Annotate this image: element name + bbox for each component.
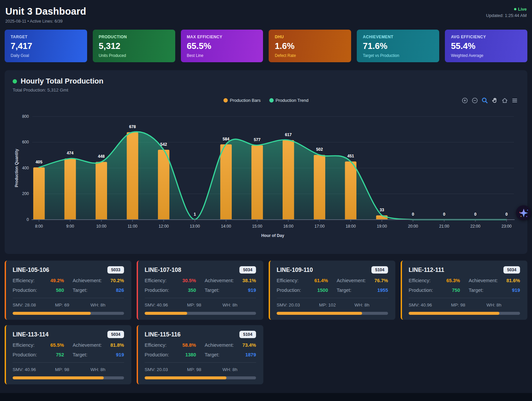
sparkle-extension-button[interactable]: [516, 205, 531, 220]
svg-text:448: 448: [98, 154, 105, 159]
pan-icon[interactable]: [491, 97, 498, 104]
svg-text:0: 0: [412, 212, 414, 217]
achievement-value: 70.2%: [110, 278, 124, 283]
svg-text:33: 33: [380, 208, 384, 212]
wh-value: WH: 8h: [90, 302, 124, 307]
production-label: Production:: [145, 288, 169, 293]
efficiency-label: Efficiency:: [13, 278, 35, 283]
page-header: Unit 3 Dashboard 2025-08-11 • Active Lin…: [5, 5, 527, 24]
svg-text:1: 1: [194, 212, 196, 217]
legend-item-production-bars[interactable]: Production Bars: [223, 98, 261, 103]
achievement-progress-bar: [13, 312, 124, 315]
efficiency-label: Efficiency:: [409, 278, 431, 283]
achievement-progress-bar: [409, 312, 520, 315]
progress-fill: [13, 376, 104, 379]
legend-item-production-trend[interactable]: Production Trend: [269, 98, 309, 103]
svg-text:405: 405: [36, 160, 43, 164]
chart-legend: Production Bars Production Trend: [13, 98, 519, 103]
mp-value: MP: 98: [451, 302, 486, 307]
target-label: Target:: [469, 288, 483, 293]
svg-text:451: 451: [347, 154, 354, 158]
svg-text:542: 542: [160, 142, 167, 147]
kpi-card-max-efficiency: MAX EFFICIENCY 65.5% Best Line: [181, 30, 263, 62]
production-label: Production:: [409, 288, 433, 293]
menu-icon[interactable]: [511, 97, 518, 104]
production-value: 580: [56, 288, 64, 293]
smv-value: SMV: 20.03: [277, 302, 319, 307]
svg-text:600: 600: [22, 140, 29, 145]
efficiency-label: Efficiency:: [145, 278, 167, 283]
svg-text:0: 0: [474, 212, 476, 217]
production-chart[interactable]: 0200400600800405474448678542158457761750…: [13, 109, 519, 243]
mp-value: MP: 98: [187, 302, 222, 307]
target-label: Target:: [73, 288, 87, 293]
achievement-value: 76.7%: [374, 278, 388, 283]
mp-value: MP: 98: [55, 367, 90, 372]
line-card-113-114: LINE-113-114 5034 Efficiency:65.5% Achie…: [5, 325, 131, 384]
line-cards-grid: LINE-105-106 5033 Efficiency:49.2% Achie…: [5, 261, 527, 384]
svg-text:17:00: 17:00: [315, 224, 325, 229]
wh-value: WH: 8h: [222, 302, 256, 307]
svg-text:Hour of Day: Hour of Day: [261, 233, 284, 238]
line-badge: 5104: [371, 266, 388, 274]
progress-fill: [277, 312, 362, 315]
kpi-value: 65.5%: [187, 41, 257, 51]
production-value: 750: [452, 288, 460, 293]
kpi-value: 1.6%: [275, 41, 345, 51]
zoom-out-icon[interactable]: [471, 97, 478, 104]
smv-value: SMV: 40.96: [145, 302, 187, 307]
smv-value: SMV: 28.08: [13, 302, 55, 307]
selection-zoom-icon[interactable]: [481, 97, 488, 104]
kpi-sublabel: Units Produced: [99, 53, 169, 58]
achievement-label: Achievement:: [73, 278, 102, 283]
kpi-label: AVG EFFICIENCY: [451, 35, 521, 39]
zoom-in-icon[interactable]: [462, 97, 468, 104]
page-subtitle: 2025-08-11 • Active Lines: 6/39: [5, 19, 86, 24]
sparkle-star-icon: [518, 207, 530, 219]
kpi-sublabel: Target vs Production: [363, 53, 433, 58]
achievement-progress-bar: [13, 376, 124, 379]
kpi-label: ACHIEVEMENT: [363, 35, 433, 39]
target-value: 919: [512, 288, 520, 293]
page-title: Unit 3 Dashboard: [5, 6, 86, 17]
kpi-value: 7,417: [11, 41, 81, 51]
target-label: Target:: [205, 288, 219, 293]
target-label: Target:: [337, 288, 351, 293]
svg-text:0: 0: [27, 217, 29, 222]
wh-value: WH: 8h: [486, 302, 520, 307]
svg-text:577: 577: [254, 138, 261, 142]
svg-text:23:00: 23:00: [501, 224, 512, 229]
progress-fill: [409, 312, 499, 315]
line-card-107-108: LINE-107-108 5034 Efficiency:30.5% Achie…: [137, 261, 263, 320]
panel-title: Hourly Total Production: [21, 77, 103, 86]
svg-text:13:00: 13:00: [190, 224, 200, 229]
efficiency-value: 58.8%: [182, 342, 196, 348]
progress-fill: [145, 312, 187, 315]
live-dot-icon: [514, 8, 516, 10]
reset-home-icon[interactable]: [501, 97, 508, 104]
svg-text:19:00: 19:00: [377, 224, 387, 229]
smv-value: SMV: 20.03: [145, 367, 187, 372]
target-value: 826: [116, 288, 124, 293]
line-badge: 5034: [107, 331, 124, 338]
production-value: 1380: [185, 352, 196, 357]
updated-timestamp: Updated: 1:25:44 AM: [486, 13, 527, 18]
achievement-label: Achievement:: [469, 278, 498, 283]
progress-fill: [145, 376, 226, 379]
mp-value: MP: 98: [187, 367, 222, 372]
line-name: LINE-113-114: [13, 331, 49, 338]
line-name: LINE-112-111: [409, 267, 444, 274]
kpi-card-achievement: ACHIEVEMENT 71.6% Target vs Production: [357, 30, 439, 62]
production-value: 1500: [317, 288, 328, 293]
target-value: 919: [116, 352, 124, 357]
line-badge: 5033: [107, 266, 124, 274]
kpi-sublabel: Daily Goal: [11, 53, 81, 58]
wh-value: WH: 8h: [90, 367, 124, 372]
target-value: 1879: [245, 352, 256, 357]
kpi-card-target: TARGET 7,417 Daily Goal: [5, 30, 87, 62]
svg-text:502: 502: [316, 147, 323, 152]
efficiency-label: Efficiency:: [145, 342, 167, 348]
legend-label: Production Trend: [276, 98, 309, 103]
line-badge: 5034: [503, 266, 520, 274]
achievement-label: Achievement:: [73, 342, 102, 348]
